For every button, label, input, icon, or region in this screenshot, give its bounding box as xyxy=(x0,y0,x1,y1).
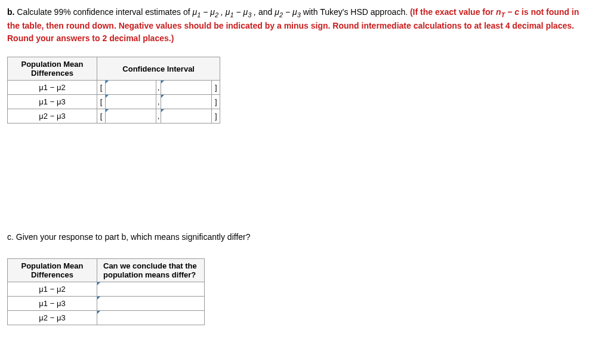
conclude-input-2[interactable] xyxy=(97,297,204,310)
row-label: μ1 − μ3 xyxy=(8,297,97,311)
right-bracket: ] xyxy=(212,81,220,95)
input-indicator-icon xyxy=(161,109,164,112)
conclude-input-1[interactable] xyxy=(97,283,204,296)
ci-lower-cell xyxy=(106,81,156,95)
table-b-header-diff: Population Mean Differences xyxy=(8,57,97,81)
part-b-text3: with Tukey's HSD approach. xyxy=(303,7,410,17)
left-bracket: [ xyxy=(97,81,106,95)
ci-upper-cell xyxy=(161,109,212,124)
ci-lower-cell xyxy=(106,95,156,109)
table-row: μ1 − μ3 [ , ] xyxy=(8,95,220,109)
row-label: μ2 − μ3 xyxy=(8,109,97,124)
comma: , xyxy=(156,109,161,124)
right-bracket: ] xyxy=(212,109,220,124)
right-bracket: ] xyxy=(212,95,220,109)
ci-lower-cell xyxy=(106,109,156,124)
input-indicator-icon xyxy=(97,282,100,285)
ci-upper-cell xyxy=(161,95,212,109)
comma: , xyxy=(156,95,161,109)
input-indicator-icon xyxy=(106,81,109,84)
ci-upper-cell xyxy=(161,81,212,95)
means-differ-table: Population Mean Differences Can we concl… xyxy=(7,258,205,325)
part-b-text1: Calculate 99% confidence interval estima… xyxy=(17,7,192,17)
conclude-cell xyxy=(97,282,205,297)
row-label: μ1 − μ2 xyxy=(8,282,97,297)
table-row: μ2 − μ3 [ , ] xyxy=(8,109,220,124)
ci-lower-input-3[interactable] xyxy=(106,110,156,123)
ci-lower-input-1[interactable] xyxy=(106,81,156,94)
comma: , xyxy=(156,81,161,95)
table-row: μ1 − μ2 xyxy=(8,282,205,297)
left-bracket: [ xyxy=(97,109,106,124)
table-row: μ2 − μ3 xyxy=(8,311,205,325)
input-indicator-icon xyxy=(161,95,164,98)
part-b-question: b. Calculate 99% confidence interval est… xyxy=(7,6,591,45)
conclude-cell xyxy=(97,297,205,311)
row-label: μ1 − μ2 xyxy=(8,81,97,95)
input-indicator-icon xyxy=(106,109,109,112)
part-b-label: b. xyxy=(7,7,14,17)
input-indicator-icon xyxy=(97,311,100,314)
part-b-text2: and xyxy=(258,7,275,17)
conclude-cell xyxy=(97,311,205,325)
ci-upper-input-3[interactable] xyxy=(161,110,211,123)
table-b-header-ci: Confidence Interval xyxy=(97,57,220,81)
part-c-text: Given your response to part b, which mea… xyxy=(16,232,251,242)
row-label: μ2 − μ3 xyxy=(8,311,97,325)
table-c-header-diff: Population Mean Differences xyxy=(8,259,97,282)
ci-lower-input-2[interactable] xyxy=(106,95,156,109)
mu-expr-1: μ1 − μ2 , μ1 − μ3 , xyxy=(193,7,257,17)
confidence-interval-table: Population Mean Differences Confidence I… xyxy=(7,57,220,124)
left-bracket: [ xyxy=(97,95,106,109)
table-row: μ1 − μ2 [ , ] xyxy=(8,81,220,95)
row-label: μ1 − μ3 xyxy=(8,95,97,109)
ci-upper-input-2[interactable] xyxy=(161,95,211,109)
part-c-question: c. Given your response to part b, which … xyxy=(7,231,591,243)
mu-expr-2: μ2 − μ3 xyxy=(275,7,301,17)
ci-upper-input-1[interactable] xyxy=(161,81,211,94)
conclude-input-3[interactable] xyxy=(97,311,204,325)
input-indicator-icon xyxy=(161,81,164,84)
input-indicator-icon xyxy=(106,95,109,98)
table-row: μ1 − μ3 xyxy=(8,297,205,311)
input-indicator-icon xyxy=(97,297,100,300)
table-c-header-conclude: Can we conclude that the population mean… xyxy=(97,259,205,282)
part-c-label: c. xyxy=(7,232,14,242)
